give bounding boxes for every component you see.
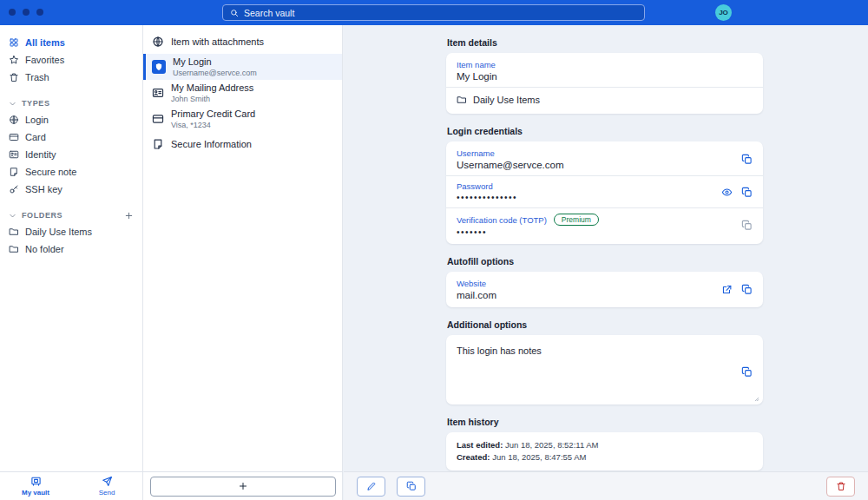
website-label: Website xyxy=(457,279,721,288)
sidebar-item-label: Login xyxy=(25,115,49,125)
folder-row[interactable]: Daily Use Items xyxy=(457,93,753,107)
sidebar: All items Favorites Trash TYPES Login xyxy=(0,25,143,471)
list-item-secure-information[interactable]: Secure Information xyxy=(143,132,342,156)
item-history-section: Item history Last edited: Jun 18, 2025, … xyxy=(446,417,763,470)
divider xyxy=(446,207,763,208)
window-minimize-button[interactable] xyxy=(23,9,30,16)
open-website-icon[interactable] xyxy=(721,284,733,295)
types-section-header[interactable]: TYPES xyxy=(0,95,142,111)
types-section-label: TYPES xyxy=(22,99,50,108)
search-icon xyxy=(230,9,239,17)
chevron-down-icon xyxy=(9,212,16,220)
send-icon xyxy=(102,476,113,487)
credit-card-icon xyxy=(152,113,164,125)
sidebar-item-secure-note[interactable]: Secure note xyxy=(0,163,142,181)
username-value: Username@servce.com xyxy=(457,160,741,170)
grid-icon xyxy=(9,37,19,48)
globe-icon xyxy=(152,36,164,48)
sidebar-item-folder-daily-use[interactable]: Daily Use Items xyxy=(0,223,142,240)
delete-item-button[interactable] xyxy=(826,477,855,497)
credit-card-icon xyxy=(9,132,19,142)
resize-handle-icon[interactable] xyxy=(751,393,760,402)
sidebar-item-all-items[interactable]: All items xyxy=(0,34,142,51)
edit-item-button[interactable] xyxy=(357,477,385,497)
website-value: mail.com xyxy=(457,290,721,300)
search-vault-box[interactable] xyxy=(222,4,645,21)
created-line: Created: Jun 18, 2025, 8:47:55 AM xyxy=(457,451,753,464)
section-header-autofill-options: Autofill options xyxy=(447,256,763,266)
notes-value: This login has notes xyxy=(457,342,753,356)
folders-section-header[interactable]: FOLDERS xyxy=(0,207,142,223)
trash-icon xyxy=(836,481,846,491)
created-label: Created: xyxy=(457,452,490,462)
sidebar-item-card[interactable]: Card xyxy=(0,128,142,146)
globe-icon xyxy=(9,115,19,125)
item-history-card: Last edited: Jun 18, 2025, 8:52:11 AM Cr… xyxy=(446,432,763,470)
tab-label: My vault xyxy=(22,489,49,497)
titlebar: JO xyxy=(0,0,868,25)
clone-item-button[interactable] xyxy=(397,477,425,497)
item-detail-panel: Item details Item name My Login Daily Us… xyxy=(344,25,868,471)
tab-send[interactable]: Send xyxy=(71,472,142,500)
copy-totp-icon[interactable] xyxy=(741,220,753,231)
sidebar-item-label: SSH key xyxy=(25,184,62,194)
autofill-options-section: Autofill options Website mail.com xyxy=(446,256,763,307)
list-item-title: My Mailing Address xyxy=(171,82,253,93)
list-item-attachments[interactable]: Item with attachments xyxy=(143,30,342,54)
sidebar-item-trash[interactable]: Trash xyxy=(0,69,142,86)
plus-icon xyxy=(238,481,248,491)
copy-notes-icon[interactable] xyxy=(741,366,753,378)
copy-website-icon[interactable] xyxy=(741,284,753,295)
list-item-my-login[interactable]: My Login Username@servce.com xyxy=(143,54,342,80)
divider xyxy=(446,87,763,88)
tab-my-vault[interactable]: My vault xyxy=(0,472,71,500)
notes-card[interactable]: This login has notes xyxy=(446,335,763,405)
created-value: Jun 18, 2025, 8:47:55 AM xyxy=(492,452,586,462)
folders-section-label: FOLDERS xyxy=(22,211,62,220)
folder-icon xyxy=(457,95,467,105)
account-avatar[interactable]: JO xyxy=(715,4,732,21)
copy-password-icon[interactable] xyxy=(741,187,753,198)
copy-icon xyxy=(406,481,417,491)
window-controls xyxy=(9,9,43,16)
item-name-field: Item name My Login xyxy=(457,60,753,82)
list-item-title: Item with attachments xyxy=(171,36,264,47)
detail-action-bar xyxy=(344,471,868,500)
sidebar-item-login[interactable]: Login xyxy=(0,111,142,128)
sidebar-item-no-folder[interactable]: No folder xyxy=(0,240,142,258)
note-icon xyxy=(9,167,19,177)
chevron-down-icon xyxy=(9,100,16,108)
login-credentials-card: Username Username@servce.com Password ••… xyxy=(446,141,763,244)
trash-icon xyxy=(9,72,19,82)
list-item-title: My Login xyxy=(173,56,257,67)
list-item-title: Secure Information xyxy=(171,139,252,149)
password-field: Password •••••••••••••• xyxy=(457,181,753,202)
toggle-password-visibility-icon[interactable] xyxy=(721,187,733,198)
totp-value: ••••••• xyxy=(457,227,741,237)
window-zoom-button[interactable] xyxy=(36,9,43,16)
search-vault-input[interactable] xyxy=(244,8,637,18)
autofill-options-card: Website mail.com xyxy=(446,272,763,307)
item-name-value: My Login xyxy=(457,71,753,82)
add-folder-button[interactable] xyxy=(124,211,134,220)
sidebar-item-favorites[interactable]: Favorites xyxy=(0,51,142,69)
list-item-credit-card[interactable]: Primary Credit Card Visa, *1234 xyxy=(143,106,342,132)
id-card-icon xyxy=(152,87,164,99)
list-item-title: Primary Credit Card xyxy=(171,109,255,119)
sidebar-item-label: Secure note xyxy=(25,167,76,177)
vault-item-list: Item with attachments My Login Username@… xyxy=(143,25,343,471)
username-label: Username xyxy=(457,148,741,158)
sidebar-item-identity[interactable]: Identity xyxy=(0,146,142,163)
sidebar-item-ssh-key[interactable]: SSH key xyxy=(0,181,142,198)
copy-username-icon[interactable] xyxy=(741,154,753,165)
list-item-mailing-address[interactable]: My Mailing Address John Smith xyxy=(143,80,342,106)
section-header-item-history: Item history xyxy=(447,417,763,427)
key-icon xyxy=(9,184,19,194)
premium-badge: Premium xyxy=(554,214,599,226)
window-close-button[interactable] xyxy=(9,9,16,16)
folder-name: Daily Use Items xyxy=(473,95,540,105)
add-item-button[interactable] xyxy=(150,477,336,497)
section-header-item-details: Item details xyxy=(447,37,763,48)
item-details-card: Item name My Login Daily Use Items xyxy=(446,53,763,114)
list-add-bar xyxy=(143,471,343,500)
